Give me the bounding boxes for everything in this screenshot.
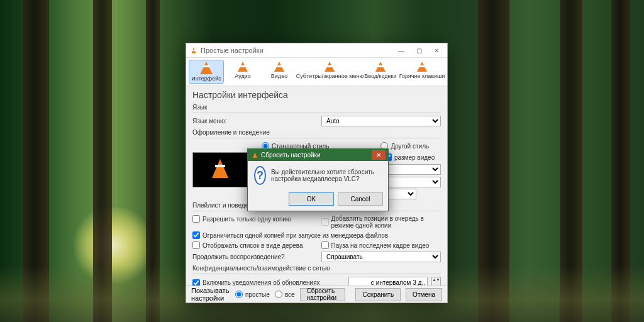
select-appearance-1[interactable] xyxy=(384,164,441,175)
titlebar[interactable]: Простые настройки — ▢ ✕ xyxy=(186,43,447,58)
group-privacy: Конфиденциальность/взаимодействие с сеть… xyxy=(192,265,441,272)
checkbox-enqueue xyxy=(321,218,329,226)
dialog-cancel-button[interactable]: Cancel xyxy=(338,192,383,206)
cancel-button[interactable]: Отмена xyxy=(406,288,442,301)
cone-icon xyxy=(200,62,213,74)
close-button[interactable]: ✕ xyxy=(428,45,445,55)
select-appearance-2[interactable] xyxy=(384,177,441,187)
divider xyxy=(192,274,441,274)
tab-hotkeys[interactable]: Горячие клавиши xyxy=(399,60,445,84)
cone-icon xyxy=(274,62,284,72)
skin-preview xyxy=(192,152,249,187)
checkbox-tree[interactable] xyxy=(192,242,200,249)
dialog-titlebar[interactable]: Сбросить настройки ✕ xyxy=(248,149,388,161)
tab-video[interactable]: Видео xyxy=(262,60,297,84)
dialog-title: Сбросить настройки xyxy=(261,152,372,158)
minimize-button[interactable]: — xyxy=(393,45,409,55)
resume-label: Продолжить воспроизведение? xyxy=(192,253,285,260)
svg-rect-1 xyxy=(192,50,196,51)
save-button[interactable]: Сохранить xyxy=(355,288,401,301)
cone-icon xyxy=(417,62,427,72)
divider xyxy=(192,138,441,138)
tab-input-codecs[interactable]: Ввод/кодеки xyxy=(363,60,398,84)
svg-marker-2 xyxy=(253,152,257,158)
radio-simple[interactable] xyxy=(235,291,243,298)
page-title: Настройки интерфейса xyxy=(192,90,441,100)
reset-dialog: Сбросить настройки ✕ ? Вы действительно … xyxy=(247,148,389,211)
cone-icon xyxy=(238,62,248,72)
cone-icon xyxy=(212,159,228,178)
group-appearance: Оформление и поведение xyxy=(192,129,441,136)
dialog-close-button[interactable]: ✕ xyxy=(372,150,386,160)
footer: Показывать настройки простые все Сбросит… xyxy=(186,286,447,303)
dialog-message: Вы действительно хотите сбросить настрой… xyxy=(271,169,382,182)
window-title: Простые настройки xyxy=(201,47,393,54)
cone-icon xyxy=(375,62,386,72)
menu-language-select[interactable]: Auto xyxy=(321,116,441,126)
checkbox-pause-last[interactable] xyxy=(321,242,329,249)
tab-subtitles[interactable]: Субтитры/экранное меню xyxy=(298,60,362,84)
menu-language-label: Язык меню: xyxy=(192,118,226,125)
resume-select[interactable]: Спрашивать xyxy=(321,252,441,262)
vlc-cone-icon xyxy=(252,152,258,158)
vlc-cone-icon xyxy=(190,47,197,54)
show-settings-label: Показывать настройки xyxy=(191,287,230,302)
tab-interface[interactable]: Интерфейс xyxy=(189,60,224,84)
radio-all[interactable] xyxy=(275,291,282,298)
cone-icon xyxy=(325,62,335,72)
divider xyxy=(192,113,441,113)
category-toolbar: Интерфейс Аудио Видео Субтитры/экранное … xyxy=(186,58,447,86)
tab-audio[interactable]: Аудио xyxy=(225,60,260,84)
checkbox-one-instance[interactable] xyxy=(192,215,200,223)
reset-button[interactable]: Сбросить настройки xyxy=(300,288,346,301)
checkbox-one-instance-fm[interactable] xyxy=(192,231,200,239)
group-language: Язык xyxy=(192,104,441,111)
maximize-button[interactable]: ▢ xyxy=(411,45,427,55)
question-icon: ? xyxy=(254,166,266,185)
dialog-ok-button[interactable]: OK xyxy=(289,192,334,206)
